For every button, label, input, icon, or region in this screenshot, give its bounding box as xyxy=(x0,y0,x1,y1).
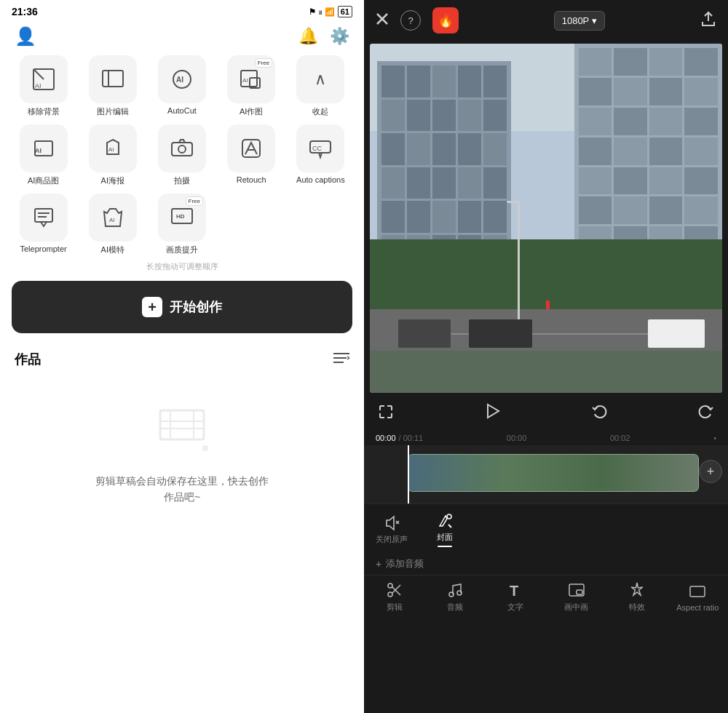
resolution-arrow: ▾ xyxy=(592,15,597,26)
tool-teleprompter[interactable]: Teleprompter xyxy=(12,194,75,255)
ai-fashion-label: AI模特 xyxy=(101,244,124,255)
close-icon xyxy=(376,12,389,25)
resolution-button[interactable]: 1080P ▾ xyxy=(554,11,606,31)
bottom-tool-effects[interactable]: 特效 xyxy=(615,581,659,613)
hint-text: 长按拖动可调整顺序 xyxy=(0,255,364,275)
svg-line-1 xyxy=(33,69,44,79)
bottom-toolbar: 剪辑 音频 T 文字 画中画 xyxy=(364,575,728,620)
text-label: 文字 xyxy=(507,602,523,613)
svg-text:AI: AI xyxy=(108,146,114,153)
redo-icon[interactable] xyxy=(697,404,713,423)
tool-ai-product[interactable]: AI AI商品图 xyxy=(12,124,75,186)
svg-text:HD: HD xyxy=(176,213,185,220)
svg-rect-29 xyxy=(194,410,204,439)
effects-icon xyxy=(628,581,646,599)
video-track[interactable] xyxy=(408,454,699,492)
svg-line-38 xyxy=(448,525,451,527)
timeline-cursor xyxy=(408,445,409,503)
bottom-tool-audio[interactable]: 音频 xyxy=(433,581,477,613)
free-badge-enhance: Free xyxy=(186,196,203,206)
film-icon xyxy=(153,396,211,464)
status-icons: ⚑ ᵢₗ 📶 61 xyxy=(309,6,352,17)
tool-ai-poster[interactable]: AI AI海报 xyxy=(81,124,144,186)
tool-camera[interactable]: 拍摄 xyxy=(150,124,213,186)
topbar-left: ? 🔥 xyxy=(376,7,459,33)
remove-bg-label: 移除背景 xyxy=(28,106,60,117)
cover-active-underline xyxy=(438,546,452,547)
bottom-tool-text[interactable]: T 文字 xyxy=(494,581,537,613)
svg-text:AI: AI xyxy=(35,147,41,154)
export-button[interactable] xyxy=(700,11,716,31)
timeline-tracks[interactable]: + xyxy=(364,445,728,503)
expand-icon[interactable] xyxy=(379,405,393,423)
flame-button[interactable]: 🔥 xyxy=(432,7,459,33)
play-button[interactable] xyxy=(483,402,502,425)
user-icon[interactable]: 👤 xyxy=(15,26,36,47)
close-button[interactable] xyxy=(376,12,389,29)
camera-label: 拍摄 xyxy=(174,175,190,186)
create-plus-icon: + xyxy=(142,297,162,317)
play-icon xyxy=(483,402,502,421)
works-header: 作品 xyxy=(0,339,364,374)
status-bar: 21:36 ⚑ ᵢₗ 📶 61 xyxy=(0,0,364,20)
enhance-icon: HD xyxy=(170,206,194,229)
undo-icon[interactable] xyxy=(592,404,608,423)
add-audio-button[interactable]: + 添加音频 xyxy=(376,557,424,570)
tool-ai-draw[interactable]: Free AI AI作图 xyxy=(220,55,283,117)
sidewalk xyxy=(370,351,722,393)
svg-text:AI: AI xyxy=(176,76,183,84)
expand-arrows-icon xyxy=(379,405,393,419)
empty-state: 剪辑草稿会自动保存在这里，快去创作 作品吧~ xyxy=(0,374,364,527)
svg-point-32 xyxy=(202,445,208,451)
sort-icon[interactable] xyxy=(333,352,349,367)
track-thumbnail xyxy=(408,454,699,492)
ai-poster-label: AI海报 xyxy=(101,175,124,186)
tool-image-edit[interactable]: 图片编辑 xyxy=(81,55,144,117)
ai-poster-icon: AI xyxy=(101,137,124,160)
tool-autocut[interactable]: AI AutoCut xyxy=(150,55,213,117)
add-track-button[interactable]: + xyxy=(699,460,722,483)
bottom-tool-cut[interactable]: 剪辑 xyxy=(373,581,416,613)
svg-line-42 xyxy=(392,587,400,596)
left-panel: 21:36 ⚑ ᵢₗ 📶 61 👤 🔔 ⚙️ AI 移除背景 xyxy=(0,0,364,713)
help-button[interactable]: ? xyxy=(400,10,421,31)
retouch-label: Retouch xyxy=(237,175,266,184)
svg-text:CC: CC xyxy=(312,145,322,152)
svg-rect-18 xyxy=(35,209,52,222)
tool-ai-fashion[interactable]: AI AI模特 xyxy=(81,194,144,255)
svg-rect-49 xyxy=(690,586,705,597)
action-cover[interactable]: 封面 xyxy=(419,510,470,550)
current-time: 00:00 xyxy=(376,434,396,442)
ai-fashion-icon: AI xyxy=(101,206,124,229)
effects-label: 特效 xyxy=(629,602,645,613)
tool-collapse[interactable]: ∧ 收起 xyxy=(289,55,352,117)
mute-icon xyxy=(384,515,400,531)
create-button[interactable]: + 开始创作 xyxy=(12,281,352,333)
enhance-label: 画质提升 xyxy=(166,244,198,255)
wifi-icon: 📶 xyxy=(325,7,335,17)
undo-arrow-icon xyxy=(592,404,608,420)
audio-area: + 添加音频 xyxy=(364,553,728,575)
notification-icon[interactable]: 🔔 xyxy=(298,27,318,46)
cut-label: 剪辑 xyxy=(387,602,403,613)
free-badge: Free xyxy=(255,58,272,68)
bottom-tool-aspect-ratio[interactable]: Aspect ratio xyxy=(676,583,719,612)
tool-enhance[interactable]: Free HD 画质提升 xyxy=(150,194,213,255)
settings-icon[interactable]: ⚙️ xyxy=(330,27,349,46)
tool-remove-bg[interactable]: AI 移除背景 xyxy=(12,55,75,117)
ai-product-icon: AI xyxy=(32,137,55,160)
music-note-icon xyxy=(446,581,464,599)
tool-grid-row2: AI AI商品图 AI AI海报 拍 xyxy=(0,124,364,186)
right-panel: ? 🔥 1080P ▾ xyxy=(364,0,728,713)
tool-auto-captions[interactable]: CC Auto captions xyxy=(289,124,352,186)
audio-label: 音频 xyxy=(447,602,463,613)
svg-rect-28 xyxy=(160,410,170,439)
svg-text:AI: AI xyxy=(109,217,115,223)
bottom-tool-pip[interactable]: 画中画 xyxy=(555,581,598,613)
action-mute[interactable]: 关闭原声 xyxy=(364,512,419,548)
battery-icon: 61 xyxy=(338,6,352,17)
tool-retouch[interactable]: Retouch xyxy=(220,124,283,186)
car-3 xyxy=(648,319,704,347)
works-title: 作品 xyxy=(15,351,41,368)
svg-text:AI: AI xyxy=(242,77,248,84)
